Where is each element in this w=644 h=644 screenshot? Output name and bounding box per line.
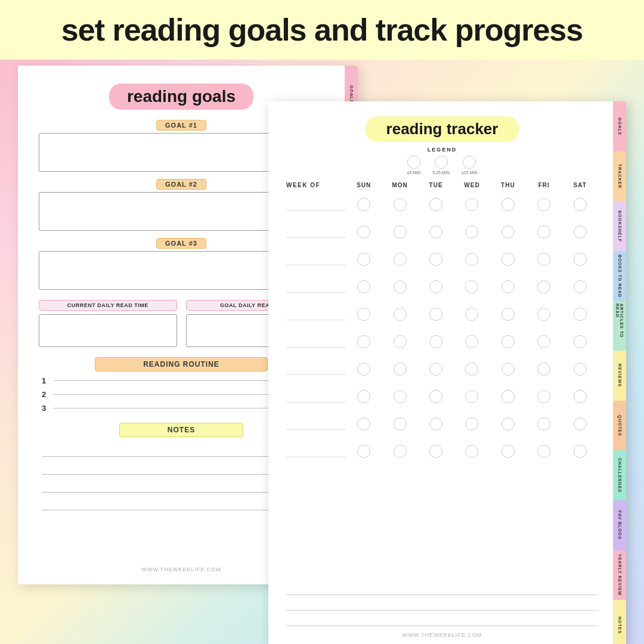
circle-3-wed[interactable] (465, 253, 478, 266)
circle-1-fri[interactable] (537, 198, 550, 211)
rtab-challenges[interactable]: CHALLENGES (613, 450, 626, 500)
tracker-row-circles-9 (346, 417, 598, 431)
tracker-title: reading tracker (366, 116, 519, 142)
circle-10-thu[interactable] (501, 445, 515, 458)
circle-7-sat[interactable] (574, 363, 587, 376)
circle-4-fri[interactable] (537, 280, 550, 293)
circle-4-wed[interactable] (465, 280, 478, 293)
rtab-tracker[interactable]: TRACKER (613, 151, 626, 202)
circle-10-sat[interactable] (574, 445, 587, 458)
rtab-articles[interactable]: ARTICLES TO READ (613, 301, 626, 351)
day-wed: WED (460, 182, 484, 188)
circle-10-fri[interactable] (537, 445, 550, 458)
circle-4-tue[interactable] (429, 280, 442, 293)
circle-2-sat[interactable] (574, 225, 587, 239)
circle-10-mon[interactable] (394, 445, 407, 458)
circle-9-sat[interactable] (574, 417, 587, 431)
circle-8-fri[interactable] (537, 390, 550, 403)
circle-5-mon[interactable] (394, 308, 407, 321)
circle-7-wed[interactable] (465, 363, 478, 376)
circle-4-sun[interactable] (357, 280, 370, 293)
circle-5-sat[interactable] (574, 308, 587, 321)
tracker-row-circles-5 (346, 308, 598, 321)
routine-label: READING ROUTINE (95, 357, 268, 371)
tracker-row-label-2 (286, 226, 346, 238)
circle-10-tue[interactable] (429, 445, 442, 458)
circle-7-mon[interactable] (394, 363, 407, 376)
circle-2-mon[interactable] (394, 225, 407, 239)
top-banner: set reading goals and track progress (0, 0, 644, 60)
circle-8-tue[interactable] (429, 390, 442, 403)
circle-7-thu[interactable] (501, 363, 515, 376)
rtab-quotes[interactable]: QUOTES (613, 401, 626, 451)
circle-2-thu[interactable] (501, 225, 515, 239)
circle-3-mon[interactable] (394, 253, 407, 266)
circle-9-fri[interactable] (537, 417, 550, 431)
circle-6-fri[interactable] (537, 335, 550, 348)
circle-3-tue[interactable] (429, 253, 442, 266)
circle-5-sun[interactable] (357, 308, 370, 321)
circle-2-sun[interactable] (357, 225, 370, 239)
rtab-notes[interactable]: NOTES (613, 600, 626, 644)
circle-7-sun[interactable] (357, 363, 370, 376)
rtab-reviews[interactable]: REVIEWS (613, 351, 626, 401)
circle-1-mon[interactable] (394, 198, 407, 211)
tracker-rows (283, 192, 601, 578)
circle-1-sat[interactable] (574, 198, 587, 211)
circle-8-mon[interactable] (394, 390, 407, 403)
circle-8-sat[interactable] (574, 390, 587, 403)
rtab-books-to-read[interactable]: BOOKS TO READ (613, 251, 626, 301)
circle-1-tue[interactable] (429, 198, 442, 211)
tracker-row-label-3 (286, 253, 346, 265)
circle-10-wed[interactable] (465, 445, 478, 458)
circle-2-fri[interactable] (537, 225, 550, 239)
circle-2-tue[interactable] (429, 225, 442, 239)
circle-9-tue[interactable] (429, 417, 442, 431)
tracker-row-6 (283, 329, 601, 354)
circle-9-thu[interactable] (501, 417, 515, 431)
circle-7-fri[interactable] (537, 363, 550, 376)
current-time-col: CURRENT DAILY READ TIME (39, 300, 177, 347)
circle-4-sat[interactable] (574, 280, 587, 293)
circle-8-wed[interactable] (465, 390, 478, 403)
circle-4-thu[interactable] (501, 280, 515, 293)
circle-1-wed[interactable] (465, 198, 478, 211)
circle-6-sat[interactable] (574, 335, 587, 348)
circle-9-wed[interactable] (465, 417, 478, 431)
circle-2-wed[interactable] (465, 225, 478, 239)
legend-circle-3 (463, 156, 476, 169)
circle-9-mon[interactable] (394, 417, 407, 431)
tracker-row-1 (283, 192, 601, 217)
circle-3-sat[interactable] (574, 253, 587, 266)
rtab-goals[interactable]: GOALS (613, 101, 626, 151)
circle-8-thu[interactable] (501, 390, 515, 403)
circle-3-sun[interactable] (357, 253, 370, 266)
circle-5-fri[interactable] (537, 308, 550, 321)
circle-5-thu[interactable] (501, 308, 515, 321)
circle-1-sun[interactable] (357, 198, 370, 211)
circle-1-thu[interactable] (501, 198, 515, 211)
rtab-fav-blogs[interactable]: FAV BLOGS (613, 500, 626, 550)
circle-9-sun[interactable] (357, 417, 370, 431)
circle-6-tue[interactable] (429, 335, 442, 348)
circle-3-fri[interactable] (537, 253, 550, 266)
current-time-box[interactable] (39, 314, 177, 347)
day-tue: TUE (424, 182, 448, 188)
tracker-row-10 (283, 439, 601, 464)
rtab-yearly-review[interactable]: YEARLY REVIEW (613, 550, 626, 600)
legend-text-3: ≥25 MIN (462, 171, 477, 175)
circle-6-sun[interactable] (357, 335, 370, 348)
circle-6-wed[interactable] (465, 335, 478, 348)
circle-6-thu[interactable] (501, 335, 515, 348)
circle-7-tue[interactable] (429, 363, 442, 376)
circle-8-sun[interactable] (357, 390, 370, 403)
circle-3-thu[interactable] (501, 253, 515, 266)
circle-5-tue[interactable] (429, 308, 442, 321)
legend-item-3: ≥25 MIN (462, 156, 477, 175)
circle-6-mon[interactable] (394, 335, 407, 348)
circle-10-sun[interactable] (357, 445, 370, 458)
circle-5-wed[interactable] (465, 308, 478, 321)
circle-4-mon[interactable] (394, 280, 407, 293)
tracker-row-label-9 (286, 418, 346, 430)
rtab-bookshelf[interactable]: BOOKSHELF (613, 201, 626, 251)
